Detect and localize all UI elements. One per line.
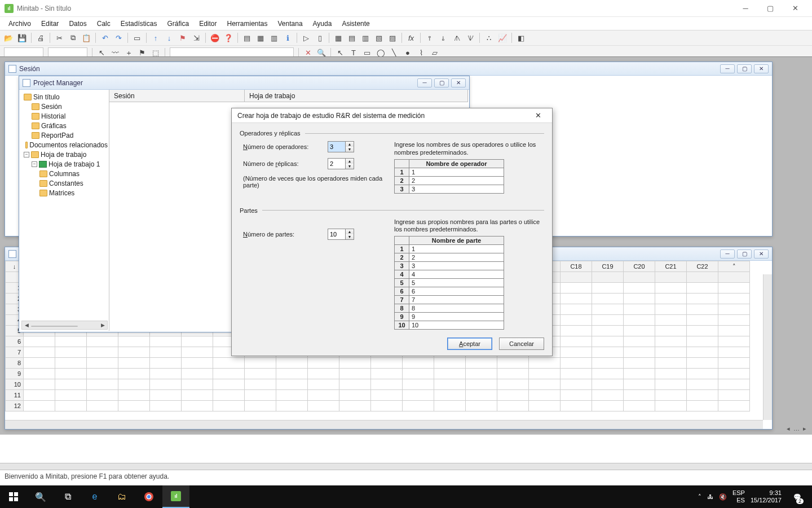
sheet-icon[interactable]: ▯: [314, 32, 326, 44]
tray-date[interactable]: 15/12/2017: [751, 497, 782, 504]
project-tree[interactable]: Sin título Sesión Historial Gráficas Rep…: [20, 90, 109, 331]
num-operators-input[interactable]: [328, 141, 346, 152]
data-window-icon[interactable]: ▦: [254, 32, 267, 44]
operators-table[interactable]: Nombre de operador 11 22 33: [394, 159, 504, 194]
flag-icon[interactable]: ⚑: [176, 32, 189, 44]
cancelar-button[interactable]: Cancelar: [499, 338, 544, 350]
menu-datos[interactable]: Datos: [64, 18, 91, 29]
tray-time[interactable]: 9:31: [770, 489, 782, 497]
grid3-icon[interactable]: ▥: [359, 32, 372, 44]
stop-icon[interactable]: ⛔: [209, 32, 221, 44]
paste-icon[interactable]: 📋: [80, 32, 92, 44]
chrome-icon[interactable]: [135, 485, 162, 508]
num-replicas-input[interactable]: [328, 158, 346, 169]
chart2-icon[interactable]: ⫰: [437, 32, 449, 44]
tray-chevron-icon[interactable]: ˄: [698, 493, 701, 501]
help-icon[interactable]: ❓: [222, 32, 235, 44]
parts-table[interactable]: Nombre de parte 1122334455667788991010: [394, 236, 504, 330]
info-icon[interactable]: ℹ: [281, 32, 294, 44]
scroll-left-icon[interactable]: ◀: [22, 321, 31, 329]
spin-up-icon[interactable]: ▲: [346, 142, 354, 147]
start-button[interactable]: [0, 485, 27, 508]
aceptar-button[interactable]: Aceptar: [447, 338, 492, 350]
spin-up-icon[interactable]: ▲: [346, 159, 354, 164]
session-min-button[interactable]: ─: [720, 64, 735, 73]
menu-editar[interactable]: Editar: [36, 18, 64, 29]
projmgr-close-button[interactable]: ✕: [451, 78, 466, 87]
chart1-icon[interactable]: ⫯: [423, 32, 436, 44]
tray-locale[interactable]: ES: [736, 497, 745, 504]
mdi-nav[interactable]: ◂ … ▸: [787, 425, 806, 432]
arrow-up-icon[interactable]: ↑: [149, 32, 162, 44]
new-window-icon[interactable]: ▭: [131, 32, 143, 44]
num-parts-spinner[interactable]: ▲▼: [328, 229, 354, 240]
menu-estadisticas[interactable]: Estadísticas: [116, 18, 162, 29]
grid5-icon[interactable]: ▨: [386, 32, 399, 44]
projmgr-col-hoja[interactable]: Hoja de trabajo: [245, 90, 468, 102]
chart3-icon[interactable]: ⩚: [451, 32, 463, 44]
scroll-right-icon[interactable]: ▶: [98, 321, 107, 329]
menu-grafica[interactable]: Gráfica: [162, 18, 194, 29]
fx-icon[interactable]: fx: [405, 32, 417, 44]
tree-collapse-icon[interactable]: −: [24, 152, 29, 157]
num-parts-input[interactable]: [328, 229, 346, 240]
projmgr-window-icon[interactable]: ▥: [268, 32, 280, 44]
vertical-scrollbar[interactable]: [763, 274, 772, 420]
action-center-icon[interactable]: 💬2: [787, 485, 807, 508]
tray-lang[interactable]: ESP: [732, 489, 745, 497]
window-minimize-button[interactable]: ─: [733, 0, 758, 17]
num-operators-spinner[interactable]: ▲▼: [328, 141, 354, 152]
run-icon[interactable]: ▷: [300, 32, 312, 44]
print-icon[interactable]: 🖨: [34, 32, 47, 44]
menu-ventana[interactable]: Ventana: [273, 18, 308, 29]
worksheet-close-button[interactable]: ✕: [754, 249, 769, 259]
menu-editor[interactable]: Editor: [194, 18, 222, 29]
spin-down-icon[interactable]: ▼: [346, 147, 354, 152]
arrow-down-icon[interactable]: ↓: [163, 32, 175, 44]
goto-icon[interactable]: ⇲: [190, 32, 202, 44]
tray-network-icon[interactable]: 🖧: [707, 493, 713, 500]
redo-icon[interactable]: ↷: [112, 32, 125, 44]
cut-icon[interactable]: ✂: [53, 32, 65, 44]
dialog-close-button[interactable]: ✕: [529, 110, 546, 122]
grid2-icon[interactable]: ▤: [346, 32, 358, 44]
session-close-button[interactable]: ✕: [754, 64, 769, 73]
open-icon[interactable]: 📂: [2, 32, 15, 44]
session-window-icon[interactable]: ▤: [241, 32, 253, 44]
horizontal-scrollbar[interactable]: [5, 420, 763, 429]
tree-hscroll[interactable]: ◀ ▶: [21, 321, 108, 330]
minitab-taskbar-icon[interactable]: ıl: [162, 485, 189, 508]
worksheet-max-button[interactable]: ▢: [737, 249, 752, 259]
grid4-icon[interactable]: ▧: [373, 32, 385, 44]
menu-asistente[interactable]: Asistente: [337, 18, 374, 29]
search-icon[interactable]: 🔍: [27, 485, 54, 508]
spin-down-icon[interactable]: ▼: [346, 164, 354, 169]
session-max-button[interactable]: ▢: [737, 64, 752, 73]
undo-icon[interactable]: ↶: [99, 32, 111, 44]
menu-calc[interactable]: Calc: [92, 18, 116, 29]
eraser-icon[interactable]: ◧: [515, 32, 527, 44]
file-explorer-icon[interactable]: 🗂: [108, 485, 135, 508]
copy-icon[interactable]: ⧉: [67, 32, 79, 44]
tree-collapse-icon[interactable]: −: [32, 161, 37, 167]
spin-up-icon[interactable]: ▲: [346, 229, 354, 234]
chart4-icon[interactable]: ⩛: [464, 32, 476, 44]
tray-volume-icon[interactable]: 🔇: [719, 493, 727, 501]
menu-ayuda[interactable]: Ayuda: [308, 18, 337, 29]
window-close-button[interactable]: ✕: [783, 0, 807, 17]
line-chart-icon[interactable]: 📈: [496, 32, 509, 44]
projmgr-min-button[interactable]: ─: [417, 78, 432, 87]
menu-herramientas[interactable]: Herramientas: [222, 18, 273, 29]
projmgr-col-sesion[interactable]: Sesión: [109, 90, 245, 102]
save-icon[interactable]: 💾: [16, 32, 28, 44]
grid1-icon[interactable]: ▦: [332, 32, 345, 44]
window-maximize-button[interactable]: ▢: [758, 0, 783, 17]
menu-archivo[interactable]: Archivo: [3, 18, 36, 29]
projmgr-max-button[interactable]: ▢: [434, 78, 449, 87]
scatter-icon[interactable]: ∴: [483, 32, 495, 44]
task-view-icon[interactable]: ⧉: [54, 485, 81, 508]
num-replicas-spinner[interactable]: ▲▼: [328, 158, 354, 169]
edge-icon[interactable]: e: [81, 485, 108, 508]
spin-down-icon[interactable]: ▼: [346, 234, 354, 239]
worksheet-min-button[interactable]: ─: [720, 249, 735, 259]
